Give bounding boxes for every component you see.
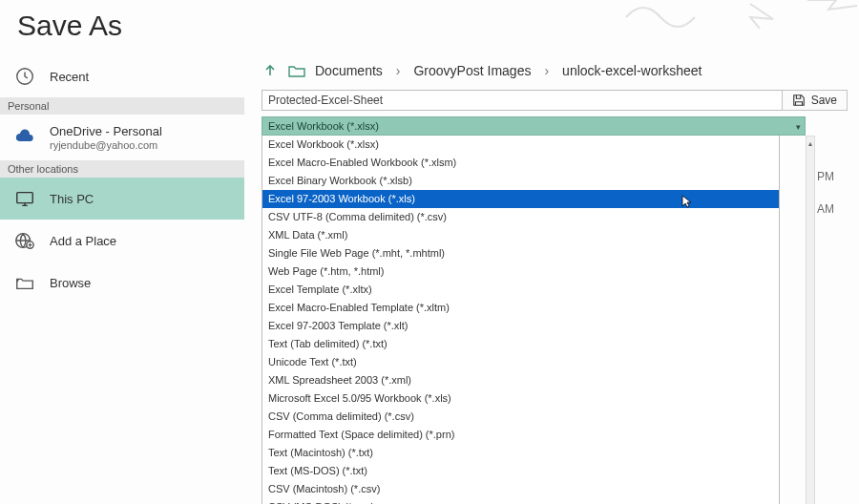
sidebar-item-recent[interactable]: Recent (0, 55, 244, 97)
bg-time-2: AM (817, 202, 834, 216)
folder-open-icon (13, 271, 36, 294)
sidebar-item-sublabel: ryjendube@yahoo.com (50, 139, 162, 151)
save-button-label: Save (811, 94, 837, 107)
sidebar-item-thispc[interactable]: This PC (0, 178, 244, 220)
breadcrumb: Documents › GroovyPost Images › unlock-e… (262, 55, 848, 84)
filetype-option[interactable]: Excel Template (*.xltx) (262, 281, 779, 299)
bg-time-1: PM (817, 170, 834, 183)
filetype-option[interactable]: Text (Tab delimited) (*.txt) (262, 335, 779, 353)
breadcrumb-sep: › (396, 63, 401, 78)
filetype-option[interactable]: Excel 97-2003 Template (*.xlt) (262, 317, 779, 335)
filetype-option[interactable]: Microsoft Excel 5.0/95 Workbook (*.xls) (262, 389, 779, 408)
filetype-option[interactable]: CSV (MS-DOS) (*.csv) (262, 498, 779, 504)
cursor-icon (681, 195, 693, 211)
sidebar-section-personal: Personal (0, 97, 244, 115)
filetype-option[interactable]: XML Spreadsheet 2003 (*.xml) (262, 371, 779, 389)
filetype-option[interactable]: Excel Macro-Enabled Workbook (*.xlsm) (262, 154, 779, 172)
filetype-option[interactable]: Excel Binary Workbook (*.xlsb) (262, 172, 779, 190)
sidebar: Recent Personal OneDrive - Personal ryje… (0, 55, 244, 504)
chevron-down-icon: ▾ (796, 122, 801, 132)
sidebar-item-label: Recent (50, 70, 89, 84)
filetype-option[interactable]: Text (Macintosh) (*.txt) (262, 444, 779, 462)
breadcrumb-seg-1[interactable]: Documents (315, 63, 383, 78)
folder-icon (288, 62, 305, 79)
save-button[interactable]: Save (782, 90, 848, 111)
breadcrumb-seg-3[interactable]: unlock-excel-worksheet (562, 63, 702, 78)
sidebar-item-label: OneDrive - Personal (50, 124, 162, 138)
scroll-up-icon[interactable]: ▴ (807, 136, 814, 150)
filename-input[interactable] (262, 90, 848, 111)
filetype-option[interactable]: CSV (Comma delimited) (*.csv) (262, 408, 779, 426)
clock-icon (13, 65, 36, 88)
filetype-option[interactable]: CSV (Macintosh) (*.csv) (262, 480, 779, 498)
filetype-selected: Excel Workbook (*.xlsx) (268, 120, 379, 132)
filetype-option[interactable]: Excel Workbook (*.xlsx) (262, 136, 779, 154)
sidebar-item-browse[interactable]: Browse (0, 262, 244, 304)
monitor-icon (13, 187, 36, 210)
save-icon (792, 94, 806, 107)
up-arrow-icon[interactable] (262, 62, 279, 79)
filetype-option[interactable]: Formatted Text (Space delimited) (*.prn) (262, 426, 779, 444)
page-title: Save As (17, 10, 842, 42)
globe-plus-icon (13, 229, 36, 252)
breadcrumb-sep: › (544, 63, 549, 78)
filetype-dropdown[interactable]: Excel Workbook (*.xlsx) ▾ (262, 116, 806, 136)
svg-rect-1 (17, 193, 33, 203)
sidebar-item-onedrive[interactable]: OneDrive - Personal ryjendube@yahoo.com (0, 115, 244, 160)
filetype-dropdown-list[interactable]: Excel Workbook (*.xlsx)Excel Macro-Enabl… (262, 136, 780, 504)
sidebar-item-label: Add a Place (50, 234, 116, 248)
filetype-option[interactable]: XML Data (*.xml) (262, 226, 779, 244)
filetype-option[interactable]: Single File Web Page (*.mht, *.mhtml) (262, 244, 779, 262)
sidebar-section-other: Other locations (0, 160, 244, 178)
sidebar-item-addplace[interactable]: Add a Place (0, 220, 244, 262)
page-header: Save As (0, 0, 859, 55)
sidebar-item-label: Browse (50, 276, 91, 290)
cloud-icon (13, 126, 36, 149)
filetype-option[interactable]: Unicode Text (*.txt) (262, 353, 779, 371)
scrollbar[interactable]: ▴ ▾ (806, 136, 815, 504)
sidebar-item-label: This PC (50, 192, 94, 206)
filetype-option[interactable]: Excel Macro-Enabled Template (*.xltm) (262, 299, 779, 317)
filetype-option[interactable]: Text (MS-DOS) (*.txt) (262, 462, 779, 480)
main-panel: PM AM Documents › GroovyPost Images › un… (244, 55, 859, 504)
filetype-option[interactable]: Web Page (*.htm, *.html) (262, 262, 779, 281)
filetype-option[interactable]: CSV UTF-8 (Comma delimited) (*.csv) (262, 208, 779, 226)
filetype-option[interactable]: Excel 97-2003 Workbook (*.xls) (262, 190, 779, 208)
breadcrumb-seg-2[interactable]: GroovyPost Images (413, 63, 531, 78)
